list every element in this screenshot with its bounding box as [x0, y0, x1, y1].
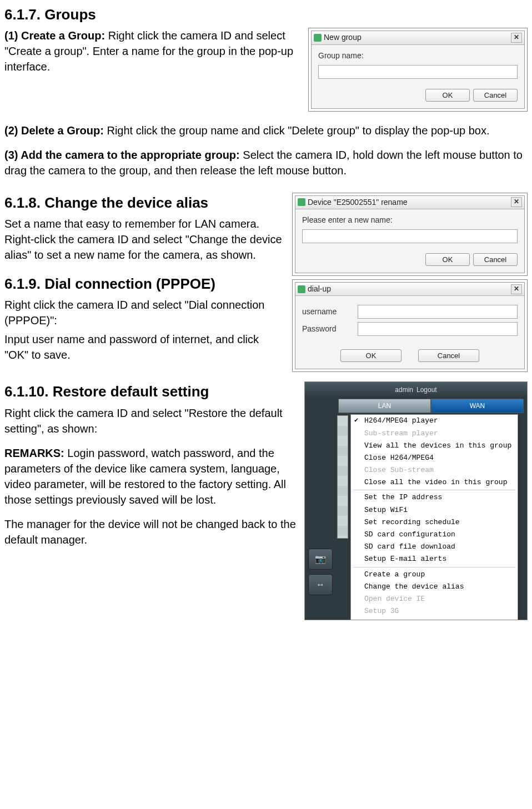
- menu-item[interactable]: SD card configuration: [351, 529, 518, 541]
- ok-button[interactable]: OK: [340, 349, 401, 362]
- password-label: Password: [302, 324, 352, 335]
- camera-icon[interactable]: 📷: [308, 549, 333, 570]
- dialog-title: dial-up: [308, 284, 331, 295]
- heading-6-1-8: 6.1.8. Change the device alias: [4, 193, 284, 213]
- menu-separator: [353, 567, 515, 567]
- cancel-button[interactable]: Cancel: [473, 89, 518, 102]
- close-icon[interactable]: ✕: [511, 197, 522, 207]
- p-6-1-7-2: (2) Delete a Group: Right click the grou…: [4, 123, 528, 138]
- device-list[interactable]: [337, 415, 348, 539]
- context-menu: H264/MPEG4 playerSub-stream playerView a…: [350, 414, 518, 620]
- menu-item[interactable]: Set the IP address: [351, 491, 518, 504]
- menu-item: Open device IE: [351, 593, 518, 605]
- menu-item[interactable]: View all the devices in this group: [351, 440, 518, 452]
- app-icon: [298, 285, 305, 293]
- p-6-1-9-1: Right click the camera ID and select "Di…: [4, 297, 284, 328]
- p-6-1-10-remarks: REMARKS: Login password, watch password,…: [4, 445, 297, 507]
- section-6-1-10: admin Logout LAN WAN 📷 ↔ H264/MPEG4 play…: [4, 381, 528, 620]
- cancel-button[interactable]: Cancel: [418, 349, 479, 362]
- dialog-titlebar: dial-up ✕: [295, 283, 524, 297]
- heading-6-1-7: 6.1.7. Groups: [4, 4, 528, 24]
- heading-6-1-10: 6.1.10. Restore default setting: [4, 381, 297, 401]
- p-6-1-10-3: The manager for the device will not be c…: [4, 516, 297, 547]
- app-icon: [314, 34, 322, 42]
- menu-item[interactable]: Close H264/MPEG4: [351, 452, 518, 464]
- dialog-title: Device "E25002551" rename: [308, 197, 408, 208]
- menu-item[interactable]: SD card file download: [351, 541, 518, 553]
- group-name-input[interactable]: [318, 65, 518, 79]
- cancel-button[interactable]: Cancel: [473, 253, 518, 266]
- p-6-1-10-1: Right click the camera ID and select "Re…: [4, 405, 297, 436]
- dialog-titlebar: New group ✕: [312, 31, 524, 45]
- menu-item[interactable]: Set recording schedule: [351, 516, 518, 529]
- menu-item: Close Sub-stream: [351, 464, 518, 476]
- username-label: username: [302, 306, 352, 318]
- tab-wan[interactable]: WAN: [431, 399, 524, 413]
- app-icon: [298, 198, 305, 206]
- menu-item[interactable]: Setup E-mail alerts: [351, 553, 518, 565]
- menu-item: Delete remote device: [351, 617, 518, 620]
- p-6-1-9-2: Input user name and password of internet…: [4, 331, 284, 363]
- new-group-dialog: New group ✕ Group name: OK Cancel: [308, 28, 528, 111]
- menu-separator: [353, 490, 515, 490]
- app-topbar: admin Logout: [305, 382, 527, 398]
- rename-input[interactable]: [302, 229, 518, 243]
- block-618-619: Device "E25002551" rename ✕ Please enter…: [4, 193, 528, 374]
- menu-item[interactable]: Setup WiFi: [351, 504, 518, 516]
- context-menu-screenshot: admin Logout LAN WAN 📷 ↔ H264/MPEG4 play…: [304, 381, 528, 620]
- close-icon[interactable]: ✕: [511, 284, 522, 294]
- dialog-titlebar: Device "E25002551" rename ✕: [295, 196, 524, 210]
- top-logout[interactable]: Logout: [416, 385, 437, 395]
- rename-label: Please enter a new name:: [302, 215, 518, 226]
- tab-lan[interactable]: LAN: [338, 399, 431, 413]
- top-user: admin: [395, 385, 413, 395]
- section-6-1-8: 6.1.8. Change the device alias Set a nam…: [4, 193, 284, 263]
- rename-dialog: Device "E25002551" rename ✕ Please enter…: [292, 193, 528, 276]
- dialup-dialog: dial-up ✕ username Password OK Cancel: [292, 279, 528, 373]
- ok-button[interactable]: OK: [425, 253, 470, 266]
- p-6-1-8: Set a name that easy to remember for LAN…: [4, 216, 284, 263]
- username-input[interactable]: [358, 305, 518, 319]
- ok-button[interactable]: OK: [425, 89, 470, 102]
- close-icon[interactable]: ✕: [511, 33, 522, 43]
- menu-item[interactable]: Create a group: [351, 569, 518, 581]
- menu-item[interactable]: Change the device alias: [351, 581, 518, 593]
- password-input[interactable]: [358, 322, 518, 336]
- p-6-1-7-3: (3) Add the camera to the appropriate gr…: [4, 147, 528, 178]
- menu-item: Sub-stream player: [351, 428, 518, 440]
- menu-item[interactable]: Close all the video in this group: [351, 476, 518, 489]
- dialog-title: New group: [324, 32, 362, 43]
- menu-item: Setup 3G: [351, 605, 518, 617]
- menu-item[interactable]: H264/MPEG4 player: [351, 415, 518, 427]
- section-6-1-7: 6.1.7. Groups New group ✕ Group name: OK…: [4, 4, 528, 182]
- heading-6-1-9: 6.1.9. Dial connection (PPPOE): [4, 274, 284, 294]
- section-6-1-9: 6.1.9. Dial connection (PPPOE) Right cli…: [4, 274, 284, 363]
- swap-icon[interactable]: ↔: [308, 574, 333, 595]
- group-name-label: Group name:: [318, 51, 518, 62]
